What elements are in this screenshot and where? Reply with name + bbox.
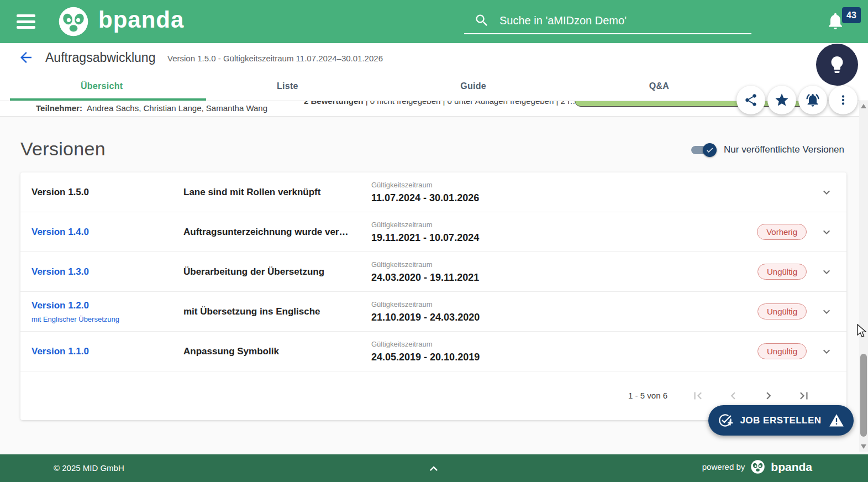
hamburger-menu-icon[interactable] [17,14,35,29]
validity-period: 11.07.2024 - 30.01.2026 [371,192,735,204]
app-bar: bpanda 43 [0,0,868,43]
active-tab-indicator [10,98,206,101]
published-filter-label: Nur veröffentlichte Versionen [724,144,844,155]
toggle-check-icon [706,146,714,154]
page-title: Auftragsabwicklung [45,50,155,65]
validity-period: 21.10.2019 - 24.03.2020 [371,312,735,323]
scroll-down-arrow[interactable] [861,444,866,449]
powered-by-label: powered by [702,462,745,471]
chevron-down-icon [820,186,833,199]
expand-row-button[interactable] [807,265,846,279]
tab-qa[interactable]: Q&A [566,72,752,101]
participants-value: Andrea Sachs, Christian Lange, Samantha … [87,103,267,113]
lightbulb-icon [827,55,847,75]
share-icon [744,93,758,107]
pagination-range: 1 - 5 von 6 [628,391,667,400]
expand-row-button[interactable] [807,226,846,239]
version-description: Auftragsunterzeichnung wurde ver… [183,227,371,238]
previous-page-button[interactable] [726,389,740,403]
version-description: Anpassung Symbolik [183,346,371,357]
versions-card: Version 1.5.0 Lane sind mit Rollen verkn… [20,172,846,420]
panda-logo-icon[interactable] [57,6,90,38]
panda-logo-icon [750,459,765,474]
tab-bar: Übersicht Liste Guide Q&A [9,72,752,101]
bell-ring-icon [805,92,820,108]
version-description: Überarbeitung der Übersetzung [183,266,371,277]
version-name[interactable]: Version 1.5.0 [31,187,183,198]
validity-period: 19.11.2021 - 10.07.2024 [371,232,735,244]
chevron-down-icon [820,345,833,358]
kebab-menu-icon [836,93,850,107]
validity-label: Gültigkeitszeitraum [371,260,735,269]
validity-label: Gültigkeitszeitraum [371,221,735,229]
share-button[interactable] [737,86,765,114]
table-row[interactable]: Version 1.2.0 mit Englischer Übersetzung… [20,292,846,332]
create-job-label: JOB ERSTELLEN [740,415,821,426]
validity-label: Gültigkeitszeitraum [371,300,735,308]
search-input[interactable] [498,14,711,28]
version-name[interactable]: Version 1.1.0 [31,346,183,357]
ratings-summary: 2 Bewertungen | 0 nicht freigegeben | 0 … [304,101,578,106]
version-description: mit Übersetzung ins Englische [183,306,371,317]
copyright-text: © 2025 MID GmbH [54,463,124,473]
expand-row-button[interactable] [807,186,846,199]
section-heading: Versionen [20,138,106,160]
search-bar[interactable] [464,8,751,34]
brand-name: bpanda [98,7,184,33]
expand-row-button[interactable] [807,345,846,358]
more-options-button[interactable] [829,86,858,114]
subscribe-button[interactable] [798,86,827,114]
validity-period: 24.03.2020 - 19.11.2021 [371,272,735,284]
participants-label: Teilnehmer: [36,103,82,113]
chevron-up-icon[interactable] [426,461,441,476]
tab-guide[interactable]: Guide [381,72,566,101]
warning-icon [829,413,844,428]
last-page-button[interactable] [797,389,811,403]
search-icon [474,13,490,28]
tab-uebersicht[interactable]: Übersicht [9,72,194,101]
status-badge: Vorherig [757,224,807,240]
vertical-scrollbar[interactable] [859,101,868,452]
first-page-button[interactable] [691,389,705,403]
last-page-icon [797,389,811,403]
tab-liste[interactable]: Liste [194,72,380,101]
status-badge: Ungültig [757,303,807,319]
footer-brand: bpanda [771,460,812,474]
validity-label: Gültigkeitszeitraum [371,181,735,189]
chevron-left-icon [726,389,740,403]
published-filter: Nur veröffentlichte Versionen [691,143,844,157]
back-arrow-icon[interactable] [18,49,34,66]
notification-count-badge: 43 [842,7,861,23]
table-row[interactable]: Version 1.5.0 Lane sind mit Rollen verkn… [20,172,846,212]
chevron-right-icon [761,389,776,403]
status-badge: Ungültig [757,264,807,280]
version-subname[interactable]: mit Englischer Übersetzung [31,315,183,323]
notifications-button[interactable]: 43 [825,10,864,35]
page-subtitle: Version 1.5.0 - Gültigkeitszeitraum 11.0… [167,54,383,63]
expand-row-button[interactable] [807,305,846,318]
next-page-button[interactable] [761,389,776,403]
chevron-down-icon [820,226,833,239]
first-page-icon [691,389,705,403]
scrolled-meta-row: Teilnehmer:Andrea Sachs, Christian Lange… [0,101,859,117]
help-lightbulb-button[interactable] [816,44,858,86]
chevron-down-icon [820,305,833,318]
version-list: Version 1.5.0 Lane sind mit Rollen verkn… [20,172,846,371]
version-name[interactable]: Version 1.2.0 [31,300,183,311]
table-row[interactable]: Version 1.3.0 Überarbeitung der Übersetz… [20,252,846,292]
chevron-down-icon [820,265,833,279]
scrollbar-thumb[interactable] [860,354,867,437]
table-row[interactable]: Version 1.4.0 Auftragsunterzeichnung wur… [20,212,846,252]
footer: © 2025 MID GmbH powered by bpanda [0,454,868,482]
scroll-up-arrow[interactable] [861,104,866,108]
published-only-toggle[interactable] [691,143,717,157]
validity-period: 24.05.2019 - 20.10.2019 [371,352,735,363]
table-row[interactable]: Version 1.1.0 Anpassung Symbolik Gültigk… [20,332,846,371]
validity-label: Gültigkeitszeitraum [371,340,735,348]
version-description: Lane sind mit Rollen verknüpft [183,187,371,198]
version-name[interactable]: Version 1.4.0 [31,227,183,238]
version-name[interactable]: Version 1.3.0 [31,266,183,277]
participants-text: Teilnehmer:Andrea Sachs, Christian Lange… [36,103,267,113]
favorite-button[interactable] [767,86,796,114]
create-job-button[interactable]: JOB ERSTELLEN [708,405,854,436]
